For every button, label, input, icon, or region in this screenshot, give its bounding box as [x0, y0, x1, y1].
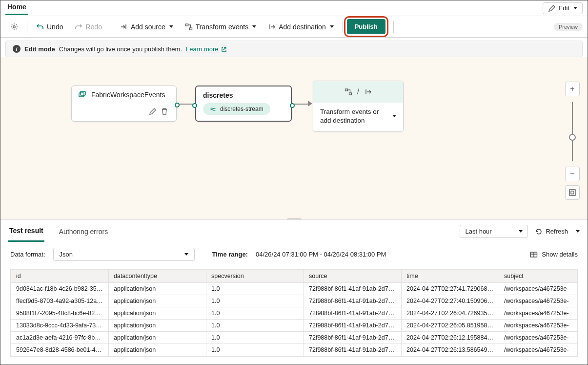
column-header[interactable]: id — [11, 270, 109, 283]
output-port[interactable] — [175, 103, 180, 107]
column-header[interactable]: specversion — [206, 270, 304, 283]
tab-test-result[interactable]: Test result — [8, 221, 44, 242]
divider — [27, 21, 27, 33]
chevron-down-icon — [519, 230, 523, 233]
table-cell: 72f988bf-86f1-41af-91ab-2d7cd01 — [304, 283, 402, 295]
table-row[interactable]: 13033d8c-9ccc-4d33-9afa-73f5c95applicati… — [11, 320, 577, 332]
zoom-slider[interactable] — [572, 102, 573, 161]
table-cell: 72f988bf-86f1-41af-91ab-2d7cd01 — [304, 320, 402, 332]
table-row[interactable]: 9d0341ac-f18b-4c26-b982-35a1d1fapplicati… — [11, 283, 577, 295]
redo-icon — [75, 23, 82, 31]
home-tab[interactable]: Home — [5, 1, 28, 15]
add-source-button[interactable]: Add source — [115, 20, 178, 34]
trash-icon[interactable] — [161, 107, 168, 115]
undo-label: Undo — [47, 23, 63, 31]
table-cell: application/json — [109, 307, 206, 320]
chevron-down-icon[interactable] — [392, 115, 396, 117]
redo-button[interactable]: Redo — [70, 20, 106, 34]
show-details-button[interactable]: Show details — [530, 251, 578, 258]
table-cell: /workspaces/a467253e- — [499, 344, 577, 356]
results-tabs: Test result Authoring errors Last hour R… — [0, 219, 588, 243]
add-source-label: Add source — [131, 23, 165, 31]
table-row[interactable]: ffecf9d5-8703-4a92-a305-12a423bapplicati… — [11, 295, 577, 307]
table-cell: 72f988bf-86f1-41af-91ab-2d7cd01 — [304, 307, 402, 320]
show-details-label: Show details — [542, 251, 578, 258]
zoom-thumb[interactable] — [569, 134, 576, 141]
chevron-down-icon — [252, 25, 256, 28]
preview-pill: Preview — [554, 23, 583, 31]
stream-node[interactable]: discretes discretes-stream — [195, 86, 292, 122]
refresh-button[interactable]: Refresh — [535, 228, 568, 236]
column-header[interactable]: source — [304, 270, 402, 283]
add-destination-button[interactable]: Add destination — [263, 20, 339, 34]
learn-more-link[interactable]: Learn more — [186, 45, 227, 53]
svg-rect-8 — [571, 191, 574, 194]
publish-button[interactable]: Publish — [347, 19, 385, 34]
transform-icon — [185, 23, 193, 31]
table-cell: 72f988bf-86f1-41af-91ab-2d7cd01 — [304, 332, 402, 344]
chevron-down-icon[interactable] — [576, 230, 580, 233]
table-cell: 1.0 — [206, 332, 304, 344]
edit-button[interactable]: Edit — [543, 2, 583, 14]
table-cell: application/json — [109, 295, 206, 307]
stream-chip-label: discretes-stream — [220, 106, 264, 112]
chevron-down-icon — [184, 253, 188, 256]
table-cell: /workspaces/a467253e- — [499, 320, 577, 332]
table-cell: application/json — [109, 320, 206, 332]
table-cell: 2024-04-27T02:27:40.1509061Z — [402, 295, 499, 307]
output-port[interactable] — [290, 103, 295, 108]
data-format-select[interactable]: Json — [53, 248, 195, 261]
arrow-icon — [308, 101, 312, 107]
format-row: Data format: Json Time range: 04/26/24 0… — [0, 243, 588, 269]
source-node[interactable]: FabricWorkspaceEvents — [71, 86, 177, 122]
svg-rect-5 — [345, 89, 347, 91]
table-cell: ffecf9d5-8703-4a92-a305-12a423b — [11, 295, 109, 307]
table-cell: ac1a2d3e-aefa-4216-97fc-8b43d70 — [11, 332, 109, 344]
table-cell: application/json — [109, 283, 206, 295]
table-cell: 1.0 — [206, 320, 304, 332]
refresh-label: Refresh — [546, 228, 568, 235]
table-cell: 9d0341ac-f18b-4c26-b982-35a1d1f — [11, 283, 109, 295]
tab-authoring-errors[interactable]: Authoring errors — [58, 222, 109, 241]
table-cell: /workspaces/a467253e- — [499, 295, 577, 307]
table-cell: 72f988bf-86f1-41af-91ab-2d7cd01 — [304, 295, 402, 307]
fit-to-screen-button[interactable] — [565, 185, 580, 200]
divider — [393, 21, 394, 33]
transform-text: Transform events or add destination — [320, 107, 387, 125]
info-icon: i — [13, 45, 20, 53]
table-row[interactable]: ac1a2d3e-aefa-4216-97fc-8b43d70applicati… — [11, 332, 577, 344]
settings-button[interactable] — [5, 20, 23, 34]
zoom-in-button[interactable]: + — [565, 82, 580, 96]
stream-chip[interactable]: discretes-stream — [203, 103, 270, 115]
fit-icon — [568, 189, 576, 196]
canvas[interactable]: FabricWorkspaceEvents discretes discrete… — [0, 57, 588, 219]
table-cell: application/json — [109, 344, 206, 356]
undo-icon — [36, 23, 44, 31]
add-destination-label: Add destination — [279, 23, 326, 31]
transform-node[interactable]: / Transform events or add destination — [313, 81, 404, 132]
edit-mode-banner: i Edit mode Changes will go live once yo… — [5, 41, 583, 57]
banner-text: Changes will go live once you publish th… — [59, 45, 182, 53]
transform-events-button[interactable]: Transform events — [180, 20, 261, 34]
add-source-icon — [120, 23, 128, 31]
svg-rect-7 — [569, 190, 575, 195]
time-range-select[interactable]: Last hour — [460, 225, 528, 238]
svg-rect-3 — [79, 93, 84, 97]
zoom-controls: + − — [565, 82, 580, 200]
undo-button[interactable]: Undo — [31, 20, 68, 34]
table-row[interactable]: 592647e8-8d28-4586-be01-46df52applicatio… — [11, 344, 577, 356]
table-row[interactable]: 9508f1f7-2095-40c8-bc6e-82bc942applicati… — [11, 307, 577, 320]
column-header[interactable]: subject — [499, 270, 577, 283]
time-range-text: 04/26/24 07:31:00 PM - 04/26/24 08:31:00… — [256, 251, 386, 258]
pencil-icon[interactable] — [149, 107, 157, 115]
stream-icon — [210, 106, 216, 112]
banner-title: Edit mode — [24, 45, 55, 53]
edit-label: Edit — [559, 4, 569, 12]
column-header[interactable]: time — [402, 270, 499, 283]
column-header[interactable]: datacontenttype — [109, 270, 206, 283]
zoom-out-button[interactable]: − — [565, 167, 580, 181]
input-port[interactable] — [192, 103, 197, 108]
connector — [293, 104, 309, 105]
chevron-down-icon — [573, 7, 577, 9]
svg-rect-1 — [185, 24, 188, 26]
